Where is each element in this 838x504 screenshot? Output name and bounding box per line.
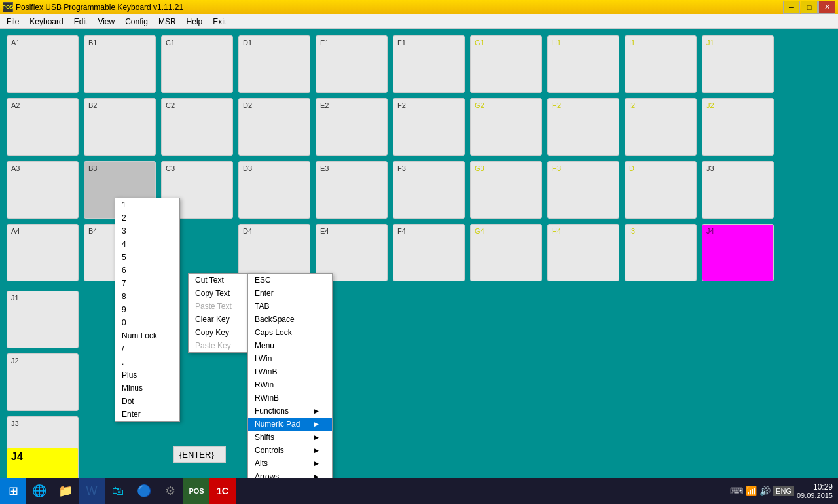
menubar: File Keyboard Edit View Config MSR Help … bbox=[0, 14, 838, 29]
key-B1[interactable]: B1 bbox=[84, 35, 156, 93]
key-J2-tall[interactable]: J2 bbox=[7, 353, 79, 411]
ctx-enter[interactable]: Enter bbox=[248, 287, 332, 300]
ctx-alts[interactable]: Alts bbox=[248, 457, 332, 470]
titlebar-left: POS Posiflex USB Programmable Keyboard v… bbox=[3, 2, 183, 12]
ctx-num-6[interactable]: 6 bbox=[115, 264, 179, 277]
key-A4[interactable]: A4 bbox=[7, 224, 79, 281]
ctx-num-4[interactable]: 4 bbox=[115, 238, 179, 251]
ctx-lwin[interactable]: LWin bbox=[248, 352, 332, 365]
ctx-tab[interactable]: TAB bbox=[248, 300, 332, 313]
key-I1[interactable]: I1 bbox=[625, 35, 697, 93]
key-I2[interactable]: I2 bbox=[625, 98, 697, 156]
key-H3[interactable]: H3 bbox=[547, 161, 619, 219]
word-icon[interactable]: W bbox=[79, 478, 105, 504]
taskbar-right: ⌨ 📶 🔊 ENG 10:29 09.09.2015 bbox=[730, 482, 838, 499]
key-J1-tall[interactable]: J1 bbox=[7, 291, 79, 348]
key-D-yellow[interactable]: D bbox=[625, 161, 697, 219]
key-empty-r2 bbox=[779, 98, 838, 156]
key-F4[interactable]: F4 bbox=[393, 224, 465, 281]
maximize-button[interactable]: □ bbox=[801, 1, 818, 14]
store-icon[interactable]: 🛍 bbox=[105, 478, 131, 504]
key-D2[interactable]: D2 bbox=[238, 98, 310, 156]
key-H4[interactable]: H4 bbox=[547, 224, 619, 281]
ctx-enter-num[interactable]: Enter bbox=[115, 408, 179, 421]
ctx-num-0[interactable]: 0 bbox=[115, 316, 179, 329]
key-J3[interactable]: J3 bbox=[702, 161, 774, 219]
key-G4[interactable]: G4 bbox=[470, 224, 542, 281]
language-indicator[interactable]: ENG bbox=[773, 486, 794, 496]
ctx-num-7[interactable]: 7 bbox=[115, 277, 179, 290]
key-A2[interactable]: A2 bbox=[7, 98, 79, 156]
key-H1[interactable]: H1 bbox=[547, 35, 619, 93]
close-button[interactable]: ✕ bbox=[818, 1, 835, 14]
ctx-dot[interactable]: Dot bbox=[115, 395, 179, 408]
key-G2[interactable]: G2 bbox=[470, 98, 542, 156]
volume-icon: 🔊 bbox=[759, 486, 771, 496]
settings-icon[interactable]: ⚙ bbox=[157, 478, 183, 504]
key-A1[interactable]: A1 bbox=[7, 35, 79, 93]
ctx-lwinb[interactable]: LWinB bbox=[248, 365, 332, 378]
key-C2[interactable]: C2 bbox=[161, 98, 233, 156]
taskbar-time: 10:29 09.09.2015 bbox=[797, 482, 833, 499]
ctx-dot-num[interactable]: . bbox=[115, 355, 179, 369]
menu-edit[interactable]: Edit bbox=[69, 16, 93, 27]
key-display: {ENTER} bbox=[173, 446, 226, 463]
key-E1[interactable]: E1 bbox=[316, 35, 388, 93]
menu-keyboard[interactable]: Keyboard bbox=[24, 16, 68, 27]
taskbar-pinned-icons: 🌐 📁 W 🛍 🔵 ⚙ POS 1C bbox=[26, 478, 236, 504]
menu-file[interactable]: File bbox=[1, 16, 24, 27]
ctx-capslock[interactable]: Caps Lock bbox=[248, 326, 332, 339]
onec-icon[interactable]: 1C bbox=[210, 478, 236, 504]
key-D1[interactable]: D1 bbox=[238, 35, 310, 93]
key-J4-magenta[interactable]: J4 bbox=[702, 224, 774, 281]
minimize-button[interactable]: ─ bbox=[783, 1, 800, 14]
ctx-numeric-pad[interactable]: Numeric Pad bbox=[248, 418, 332, 431]
key-G3[interactable]: G3 bbox=[470, 161, 542, 219]
menu-exit[interactable]: Exit bbox=[208, 16, 231, 27]
ctx-num-1[interactable]: 1 bbox=[115, 198, 179, 211]
ctx-backspace[interactable]: BackSpace bbox=[248, 313, 332, 326]
ctx-rwin[interactable]: RWin bbox=[248, 378, 332, 391]
key-E3[interactable]: E3 bbox=[316, 161, 388, 219]
ctx-rwinb[interactable]: RWinB bbox=[248, 391, 332, 405]
pos-app-icon[interactable]: POS bbox=[183, 478, 210, 504]
ctx-numlock[interactable]: Num Lock bbox=[115, 329, 179, 342]
key-A3[interactable]: A3 bbox=[7, 161, 79, 219]
key-F2[interactable]: F2 bbox=[393, 98, 465, 156]
key-J1-top[interactable]: J1 bbox=[702, 35, 774, 93]
ctx-plus[interactable]: Plus bbox=[115, 369, 179, 382]
ie-icon[interactable]: 🌐 bbox=[26, 478, 52, 504]
menu-config[interactable]: Config bbox=[120, 16, 153, 27]
key-C1[interactable]: C1 bbox=[161, 35, 233, 93]
ctx-controls[interactable]: Controls bbox=[248, 444, 332, 457]
key-D3[interactable]: D3 bbox=[238, 161, 310, 219]
menu-view[interactable]: View bbox=[92, 16, 120, 27]
menu-msr[interactable]: MSR bbox=[153, 16, 181, 27]
chrome-icon[interactable]: 🔵 bbox=[131, 478, 157, 504]
key-G1[interactable]: G1 bbox=[470, 35, 542, 93]
ctx-num-3[interactable]: 3 bbox=[115, 225, 179, 238]
ctx-num-2[interactable]: 2 bbox=[115, 211, 179, 225]
ctx-slash[interactable]: / bbox=[115, 342, 179, 355]
ctx-minus[interactable]: Minus bbox=[115, 382, 179, 395]
ctx-menu[interactable]: Menu bbox=[248, 339, 332, 352]
start-button[interactable]: ⊞ bbox=[0, 478, 26, 504]
ctx-num-9[interactable]: 9 bbox=[115, 303, 179, 316]
taskbar: ⊞ 🌐 📁 W 🛍 🔵 ⚙ POS 1C ⌨ 📶 🔊 ENG 10:29 09.… bbox=[0, 478, 838, 504]
app-icon: POS bbox=[3, 2, 13, 12]
window-title: Posiflex USB Programmable Keyboard v1.11… bbox=[16, 3, 183, 12]
key-F3[interactable]: F3 bbox=[393, 161, 465, 219]
ctx-num-8[interactable]: 8 bbox=[115, 290, 179, 303]
ctx-shifts[interactable]: Shifts bbox=[248, 431, 332, 444]
key-B2[interactable]: B2 bbox=[84, 98, 156, 156]
ctx-functions[interactable]: Functions bbox=[248, 405, 332, 418]
key-F1[interactable]: F1 bbox=[393, 35, 465, 93]
key-E2[interactable]: E2 bbox=[316, 98, 388, 156]
menu-help[interactable]: Help bbox=[181, 16, 208, 27]
ctx-esc[interactable]: ESC bbox=[248, 274, 332, 287]
key-J2-top[interactable]: J2 bbox=[702, 98, 774, 156]
ctx-num-5[interactable]: 5 bbox=[115, 251, 179, 264]
key-I3[interactable]: I3 bbox=[625, 224, 697, 281]
file-explorer-icon[interactable]: 📁 bbox=[52, 478, 79, 504]
key-H2[interactable]: H2 bbox=[547, 98, 619, 156]
